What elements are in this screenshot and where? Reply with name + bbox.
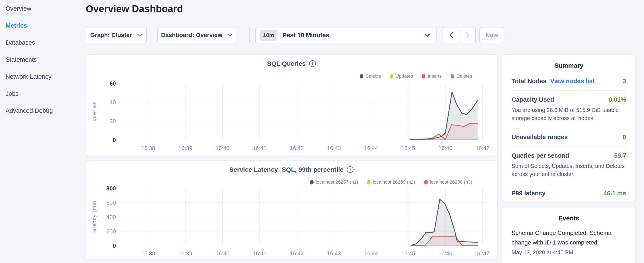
summary-row: Capacity Used0.01%You are using 28.6 MiB… [512, 90, 626, 128]
event-message[interactable]: Schema Change Completed: Schema change w… [512, 228, 626, 247]
svg-text:16:47: 16:47 [476, 250, 490, 256]
summary-row: Total NodesView nodes list3 [512, 72, 626, 90]
svg-text:16:42: 16:42 [290, 250, 304, 256]
next-timeframe-button[interactable] [460, 28, 476, 43]
summary-row-value: 0.01% [609, 96, 626, 103]
graph-dropdown[interactable]: Graph: Cluster [86, 27, 147, 43]
summary-row-top: Capacity Used0.01% [512, 96, 626, 103]
svg-text:16:39: 16:39 [178, 145, 192, 151]
toolbar-divider [250, 27, 250, 43]
summary-row: Queries per second59.7Sum of Selects, Up… [512, 146, 626, 184]
graph-dropdown-label: Graph: Cluster [90, 32, 132, 39]
svg-text:16:40: 16:40 [216, 145, 230, 151]
events-panel: Events Schema Change Completed: Schema c… [502, 207, 636, 263]
summary-row-label: Capacity Used [512, 96, 554, 103]
svg-text:16:43: 16:43 [327, 145, 341, 151]
summary-row-label: P99 latency [512, 190, 546, 197]
summary-row-label: Queries per second [512, 152, 569, 159]
chevron-down-icon [227, 34, 232, 37]
summary-row-value: 3 [623, 78, 626, 85]
svg-text:queries: queries [91, 102, 97, 122]
svg-text:16:38: 16:38 [141, 250, 155, 256]
chevron-down-icon [137, 34, 142, 37]
svg-text:16:41: 16:41 [253, 145, 266, 151]
summary-row-top: Total NodesView nodes list3 [512, 78, 626, 85]
svg-text:16:39: 16:39 [178, 250, 192, 256]
svg-text:16:46: 16:46 [438, 250, 452, 256]
view-nodes-link[interactable]: View nodes list [550, 78, 595, 85]
sidebar-item-advanced-debug[interactable]: Advanced Debug [0, 102, 85, 119]
summary-row-label: Total Nodes [512, 78, 546, 85]
summary-row-value: 0 [623, 134, 626, 141]
svg-text:16:44: 16:44 [364, 250, 378, 256]
dashboard-dropdown[interactable]: Dashboard: Overview [157, 27, 236, 43]
sidebar-item-jobs[interactable]: Jobs [0, 85, 85, 102]
summary-row-description: Sum of Selects, Updates, Inserts, and De… [512, 162, 626, 178]
svg-text:16:42: 16:42 [290, 145, 304, 151]
events-title: Events [502, 215, 636, 222]
sidebar-item-metrics[interactable]: Metrics [0, 17, 85, 34]
svg-text:0: 0 [113, 137, 116, 143]
sidebar-nav: OverviewMetricsDatabasesStatementsNetwor… [0, 0, 85, 119]
svg-text:60: 60 [110, 80, 116, 87]
summary-row-top: Queries per second59.7 [512, 152, 626, 159]
toolbar: Graph: Cluster Dashboard: Overview 10m P… [86, 27, 504, 43]
svg-text:16:40: 16:40 [216, 250, 230, 256]
svg-text:16:41: 16:41 [253, 250, 266, 256]
event-timestamp: May 13, 2020 at 4:45 PM [512, 249, 626, 256]
sidebar-item-network-latency[interactable]: Network Latency [0, 68, 85, 85]
summary-title: Summary [502, 62, 636, 69]
sql-queries-chart-panel: SQL Queries i SelectsUpdatesInsertsDelet… [86, 54, 498, 156]
summary-row-top: P99 latency46.1 ms [512, 190, 626, 197]
time-pager [443, 27, 476, 43]
summary-row-value: 59.7 [614, 152, 626, 159]
sidebar: OverviewMetricsDatabasesStatementsNetwor… [0, 0, 85, 263]
summary-row: P99 latency46.1 ms [512, 184, 626, 202]
summary-rows: Total NodesView nodes list3Capacity Used… [502, 72, 636, 202]
service-latency-chart-panel: Service Latency: SQL, 99th percentile i … [86, 160, 498, 259]
previous-timeframe-button[interactable] [443, 28, 459, 43]
summary-row-description: You are using 28.6 MiB of 515.9 GiB usab… [512, 106, 626, 122]
svg-text:16:38: 16:38 [141, 145, 155, 151]
summary-row-label: Unavailable ranges [512, 134, 568, 141]
sidebar-item-statements[interactable]: Statements [0, 51, 85, 68]
svg-text:latency (ms): latency (ms) [91, 200, 97, 233]
sidebar-item-databases[interactable]: Databases [0, 34, 85, 51]
dashboard-dropdown-label: Dashboard: Overview [161, 32, 222, 39]
svg-text:20: 20 [110, 118, 116, 124]
time-window-label: Past 10 Minutes [282, 32, 329, 39]
now-button[interactable]: Now [480, 27, 504, 43]
svg-text:16:44: 16:44 [364, 145, 378, 151]
svg-text:0: 0 [113, 242, 116, 249]
chevron-down-icon [424, 34, 430, 37]
events-list: Schema Change Completed: Schema change w… [502, 228, 636, 256]
summary-row-top: Unavailable ranges0 [512, 134, 626, 141]
svg-text:800: 800 [106, 185, 116, 192]
chevron-left-icon [449, 32, 454, 38]
svg-text:16:47: 16:47 [476, 145, 490, 151]
svg-text:16:43: 16:43 [327, 250, 341, 256]
svg-text:16:45: 16:45 [401, 250, 415, 256]
svg-text:400: 400 [106, 214, 116, 220]
svg-text:40: 40 [110, 99, 116, 106]
summary-row-value: 46.1 ms [604, 190, 626, 197]
chevron-right-icon [465, 32, 470, 38]
service-latency-chart[interactable]: 16:3816:3916:4016:4116:4216:4316:4416:45… [86, 161, 497, 259]
svg-text:200: 200 [106, 228, 116, 235]
page-title: Overview Dashboard [86, 3, 183, 15]
svg-text:16:45: 16:45 [401, 145, 415, 151]
sidebar-item-overview[interactable]: Overview [0, 0, 85, 17]
time-window-selector[interactable]: 10m Past 10 Minutes [255, 27, 436, 43]
summary-panel: Summary Total NodesView nodes list3Capac… [502, 54, 636, 201]
summary-row: Unavailable ranges0 [512, 128, 626, 146]
time-window-badge: 10m [260, 30, 277, 41]
svg-text:16:46: 16:46 [438, 145, 452, 151]
svg-text:600: 600 [106, 200, 116, 206]
sql-queries-chart[interactable]: 16:3816:3916:4016:4116:4216:4316:4416:45… [86, 55, 497, 156]
